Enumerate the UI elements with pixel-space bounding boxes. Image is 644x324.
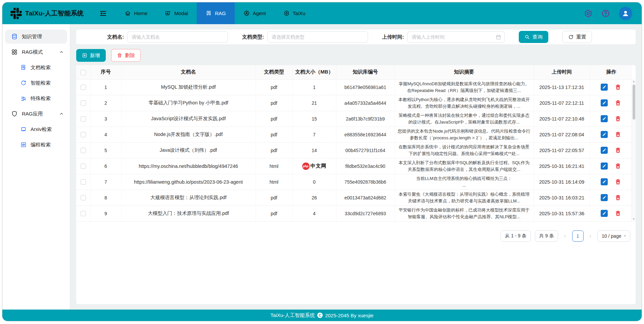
reset-button[interactable]: 重置	[562, 31, 592, 43]
upload-time-input[interactable]	[407, 31, 505, 43]
edit-icon[interactable]	[601, 147, 608, 154]
doc-size-value: 14	[312, 148, 317, 153]
table-row: 6 https://my.oschina.net/hubbledb/blog/4…	[76, 158, 632, 174]
doc-name-input[interactable]	[127, 31, 228, 43]
edit-icon[interactable]	[601, 178, 608, 185]
table-row: 4 Node.js开发指南（文字版）.pdf pdf 7 e883558e169…	[76, 127, 632, 142]
row-checkbox[interactable]	[81, 179, 86, 185]
delete-row-icon[interactable]	[614, 115, 622, 123]
sidebar-item-arxiv-search[interactable]: Arxiv检索	[5, 122, 67, 136]
sidebar-item-knowledge[interactable]: 知识管理	[5, 30, 67, 44]
doc-size-value: 26	[312, 195, 317, 200]
cell-kb-id: a4a057332a5a4644	[336, 95, 395, 111]
row-checkbox[interactable]	[81, 164, 86, 169]
table-scrollbar[interactable]: ▲ ▼	[632, 79, 636, 222]
sidebar-group-rag-mode[interactable]: RAG模式	[5, 45, 67, 59]
modal-icon	[165, 10, 171, 16]
cell-kb-id: e883558e16923644	[336, 127, 395, 142]
php-site-badge: php 中文网	[302, 163, 327, 170]
cell-summary: 在数据库同步系统中，设计模式的协同应用有效解决了复杂业务场景下的扩展性与稳定性问…	[395, 142, 534, 158]
nav-label: RAG	[215, 10, 226, 16]
scroll-down-icon[interactable]: ▼	[633, 217, 635, 222]
table-row: 3 JavaScript设计模式与开发实践.pdf pdf 15 2a6f13b…	[76, 111, 632, 127]
doc-type-select[interactable]	[267, 31, 368, 43]
cell-index: 7	[90, 174, 121, 190]
edit-icon[interactable]	[601, 194, 608, 201]
top-navbar: TaiXu-人工智能系统 Home Modal RAG Agent	[2, 2, 642, 24]
delete-button[interactable]: 删除	[111, 49, 141, 62]
shield-icon	[11, 110, 18, 117]
settings-icon[interactable]	[584, 9, 593, 18]
delete-row-icon[interactable]	[614, 131, 622, 138]
calendar-icon[interactable]	[496, 34, 501, 40]
nav-item-home[interactable]: Home	[116, 2, 156, 24]
delete-row-icon[interactable]	[614, 210, 622, 217]
select-all-checkbox[interactable]	[81, 70, 86, 75]
cell-index: 3	[90, 111, 121, 127]
nav-item-taixu[interactable]: TaiXu	[275, 2, 314, 24]
sidebar-group-rag-app[interactable]: RAG应用	[5, 107, 67, 121]
row-checkbox[interactable]	[81, 116, 86, 122]
edit-icon[interactable]	[601, 131, 608, 138]
delete-row-icon[interactable]	[614, 99, 622, 107]
refresh-icon	[20, 80, 27, 86]
cell-doc-name: https://my.oschina.net/hubbledb/blog/494…	[121, 158, 256, 174]
next-page-icon[interactable]: ›	[588, 233, 593, 239]
nav-label: TaiXu	[293, 10, 306, 16]
edit-icon[interactable]	[601, 210, 608, 217]
current-page-button[interactable]: 1	[572, 230, 584, 242]
nav-item-rag[interactable]: RAG	[197, 2, 235, 24]
table-row: 8 大规模语言模型：从理论到实践.pdf pdf 26 e0013473a624…	[76, 190, 632, 205]
summary-text: 当前LLM自主代理系统的核心挑战可概括为三点： ...	[397, 175, 532, 188]
doc-size-value: 1	[313, 85, 316, 90]
book-icon	[20, 126, 27, 132]
row-checkbox[interactable]	[81, 100, 86, 106]
main-nav: Home Modal RAG Agent TaiXu	[116, 2, 314, 24]
nav-item-modal[interactable]: Modal	[156, 2, 197, 24]
delete-row-icon[interactable]	[614, 163, 622, 170]
table-card: 序号 文档名 文档类型 文档大小（MB） 知识库编号 知识摘要 上传时间 操作	[76, 65, 636, 304]
cell-actions	[590, 127, 632, 142]
cell-upload-time: 2025-10-31 15:57:36	[534, 205, 590, 221]
cell-doc-name: 大模型入门：技术原理与实战应用.pdf	[121, 205, 256, 221]
table-row: 9 大模型入门：技术原理与实战应用.pdf pdf 4 33cd9d2c727e…	[76, 205, 632, 221]
sidebar-item-doc-search[interactable]: 文档检索	[5, 60, 67, 75]
user-avatar[interactable]	[619, 7, 632, 20]
cell-summary: 策略模式是一种将算法封装在独立对象中，通过组合和委托实现多态的设计模式。在Jav…	[395, 111, 534, 127]
help-icon[interactable]	[601, 9, 610, 18]
row-checkbox[interactable]	[81, 211, 86, 216]
sidebar-item-smart-search[interactable]: 智能检索	[5, 76, 67, 90]
nav-item-agent[interactable]: Agent	[235, 2, 275, 24]
sidebar-item-special-search[interactable]: 特殊检索	[5, 91, 67, 105]
edit-icon[interactable]	[601, 99, 608, 106]
sidebar-item-code-search[interactable]: 编程检索	[5, 138, 67, 152]
col-doc-name: 文档名	[121, 65, 256, 79]
reset-icon	[568, 34, 573, 40]
scroll-thumb[interactable]	[633, 85, 635, 120]
cell-upload-time: 2025-10-31 16:21:41	[534, 158, 590, 174]
doc-size-value: 15	[312, 116, 317, 122]
edit-icon[interactable]	[601, 163, 608, 170]
cell-index: 8	[90, 190, 121, 205]
page-size-select[interactable]: 10 / page ▾	[597, 230, 630, 242]
cell-actions	[590, 158, 632, 174]
delete-row-icon[interactable]	[614, 84, 622, 91]
delete-row-icon[interactable]	[614, 194, 622, 201]
row-checkbox[interactable]	[81, 85, 86, 90]
cell-doc-type: pdf	[256, 142, 292, 158]
add-button[interactable]: 新增	[76, 49, 106, 62]
row-checkbox[interactable]	[81, 132, 86, 137]
edit-icon[interactable]	[601, 84, 608, 91]
row-checkbox[interactable]	[81, 148, 86, 153]
row-checkbox[interactable]	[81, 195, 86, 200]
cell-doc-size: 4	[292, 205, 336, 221]
doc-size-value: 0	[313, 179, 316, 185]
prev-page-icon[interactable]: ‹	[562, 233, 568, 239]
cell-upload-time: 2025-11-07 22:10:48	[534, 111, 590, 127]
scroll-up-icon[interactable]: ▲	[633, 79, 635, 84]
menu-fold-icon[interactable]	[87, 2, 116, 24]
delete-row-icon[interactable]	[614, 178, 622, 186]
delete-row-icon[interactable]	[614, 147, 622, 154]
search-button[interactable]: 查询	[519, 31, 548, 43]
edit-icon[interactable]	[601, 115, 608, 122]
